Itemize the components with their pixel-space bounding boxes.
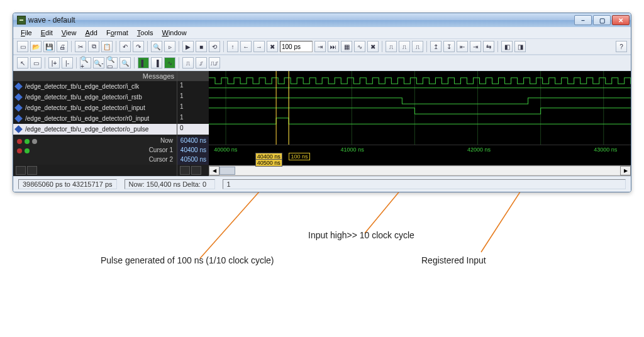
ruler-tick: 41000 ns [341, 146, 364, 153]
svg-line-11 [365, 192, 440, 233]
signal-diamond-icon [14, 82, 23, 91]
waveform-body[interactable] [209, 71, 631, 145]
edge-any-icon[interactable]: ⇆ [483, 41, 494, 52]
zoom-full-icon[interactable]: 🔍▭ [106, 57, 118, 69]
signal-diamond-icon [14, 114, 23, 123]
nav-up-icon[interactable]: ↑ [227, 41, 238, 52]
edge-prev-icon[interactable]: ⇤ [457, 41, 468, 52]
panel-btn[interactable] [16, 166, 26, 175]
cursor-delta-bubble: 100 ns [289, 153, 309, 160]
menu-tools[interactable]: Tools [133, 28, 157, 37]
content-area: Messages /edge_detector_tb/u_edge_detect… [13, 71, 631, 176]
toolbar-1: ▭ 📂 💾 🖨 ✂ ⧉ 📋 ↶ ↷ 🔍 ▹ ▶ ■ ⟲ ↑ ← → ✖ ⇥ ⏭ … [13, 38, 631, 55]
menu-window[interactable]: Window [158, 28, 191, 37]
add-cursor-icon[interactable]: |+ [48, 57, 60, 69]
new-icon[interactable]: ▭ [17, 41, 28, 52]
edge-up-icon[interactable]: ↥ [430, 41, 441, 52]
mem-icon[interactable]: ▦ [341, 41, 352, 52]
del-cursor-icon[interactable]: |- [62, 57, 73, 69]
signal-value: 1 [177, 92, 209, 102]
time-ruler[interactable]: 40000 ns 41000 ns 42000 ns 43000 ns 4040… [209, 145, 631, 165]
edge-next-icon[interactable]: ⇥ [470, 41, 481, 52]
save-icon[interactable]: 💾 [43, 41, 55, 52]
menu-add[interactable]: Add [81, 28, 101, 37]
misc1-icon[interactable]: ◧ [501, 41, 513, 52]
undo-icon[interactable]: ↶ [119, 41, 131, 52]
signal-name: /edge_detector_tb/u_edge_detector/i_inpu… [25, 104, 145, 111]
run-icon[interactable]: ▶ [182, 41, 194, 52]
close-button[interactable]: ✕ [612, 15, 630, 25]
scroll-thumb[interactable] [219, 167, 235, 175]
cut-icon[interactable]: ✂ [75, 41, 86, 52]
signal-row[interactable]: /edge_detector_tb/u_edge_detector/r0_inp… [13, 113, 177, 124]
time-field[interactable] [280, 41, 313, 52]
help-icon[interactable]: ? [616, 41, 627, 52]
app-icon [17, 16, 26, 25]
menu-format[interactable]: Format [103, 28, 132, 37]
nav-left-icon[interactable]: ← [240, 41, 252, 52]
value-panel: 1 1 1 1 0 60400 ns 40400 ns 40500 ns [177, 71, 209, 176]
scroll-left-icon[interactable]: ◀ [209, 166, 219, 175]
signal-value: 1 [177, 81, 209, 92]
menu-file[interactable]: File [17, 28, 36, 37]
break-icon[interactable]: ■ [196, 41, 207, 52]
print-icon[interactable]: 🖨 [57, 41, 68, 52]
rise-icon[interactable]: ⎍ [182, 57, 194, 69]
panel-btn[interactable] [191, 166, 201, 175]
cov3-icon[interactable]: ⎍ [412, 41, 423, 52]
zoom-in-icon[interactable]: 🔍+ [80, 57, 91, 69]
signal-name: /edge_detector_tb/u_edge_detector/i_rstb [25, 94, 142, 101]
cov2-icon[interactable]: ⎍ [399, 41, 410, 52]
fmt-analog-icon[interactable]: ∿ [164, 57, 175, 69]
cov1-icon[interactable]: ⎍ [386, 41, 397, 52]
waveform-panel[interactable]: 40000 ns 41000 ns 42000 ns 43000 ns 4040… [209, 71, 631, 176]
scroll-right-icon[interactable]: ▶ [620, 166, 631, 175]
restart-icon[interactable]: ⟲ [209, 41, 220, 52]
toolbar-2: ↖ ▭ |+ |- 🔍+ 🔍- 🔍▭ 🔍 ▌ ▐ ∿ ⎍ ⎎ ⎍⎎ [13, 55, 631, 71]
stop2-icon[interactable]: ✖ [367, 41, 379, 52]
paste-icon[interactable]: 📋 [101, 41, 113, 52]
minimize-button[interactable]: – [574, 15, 592, 25]
ruler-tick: 43000 ns [594, 146, 617, 153]
misc2-icon[interactable]: ◨ [514, 41, 526, 52]
nav-right-icon[interactable]: → [253, 41, 265, 52]
signal-row[interactable]: /edge_detector_tb/u_edge_detector/i_clk [13, 81, 177, 92]
edge-dn-icon[interactable]: ↧ [443, 41, 455, 52]
h-scrollbar[interactable]: ◀ ▶ [209, 165, 631, 176]
wave-icon[interactable]: ∿ [354, 41, 365, 52]
fmt-bus-icon[interactable]: ▐ [151, 57, 162, 69]
find-icon[interactable]: 🔍 [151, 41, 162, 52]
cursor-bubble-2[interactable]: 40500 ns [255, 159, 282, 167]
signal-row[interactable]: /edge_detector_tb/u_edge_detector/i_inpu… [13, 102, 177, 113]
signal-row[interactable]: /edge_detector_tb/u_edge_detector/i_rstb [13, 92, 177, 102]
signal-name: /edge_detector_tb/u_edge_detector/i_clk [25, 83, 139, 90]
ruler-tick: 40000 ns [214, 146, 237, 153]
scroll-track[interactable] [219, 167, 620, 175]
step-icon[interactable]: ▹ [164, 41, 175, 52]
panel-btn[interactable] [27, 166, 37, 175]
menu-edit[interactable]: Edit [37, 28, 57, 37]
annotation-pulse: Pulse generated of 100 ns (1/10 clock cy… [101, 255, 274, 265]
zoom-out-icon[interactable]: 🔍- [93, 57, 104, 69]
zoom-fit-icon[interactable]: 🔍 [119, 57, 131, 69]
menu-view[interactable]: View [58, 28, 80, 37]
open-icon[interactable]: 📂 [30, 41, 42, 52]
fall-icon[interactable]: ⎎ [196, 57, 207, 69]
status-bar: 39865060 ps to 43215717 ps Now: 150,400 … [13, 176, 631, 192]
status-range: 39865060 ps to 43215717 ps [18, 179, 117, 189]
cursor-tool-icon[interactable]: ↖ [17, 57, 28, 69]
signal-list-panel: Messages /edge_detector_tb/u_edge_detect… [13, 71, 177, 176]
signal-row-selected[interactable]: /edge_detector_tb/u_edge_detector/o_puls… [13, 124, 177, 135]
redo-icon[interactable]: ↷ [133, 41, 144, 52]
cursor1-value: 40400 ns [177, 146, 209, 155]
step-time-icon[interactable]: ⇥ [314, 41, 326, 52]
edge-icon[interactable]: ⎍⎎ [209, 57, 220, 69]
copy-icon[interactable]: ⧉ [88, 41, 99, 52]
stop-icon[interactable]: ✖ [267, 41, 278, 52]
run-all-icon[interactable]: ⏭ [328, 41, 339, 52]
maximize-button[interactable]: ▢ [593, 15, 611, 25]
titlebar[interactable]: wave - default – ▢ ✕ [13, 13, 631, 27]
panel-btn[interactable] [180, 166, 190, 175]
fmt-green-icon[interactable]: ▌ [138, 57, 149, 69]
select-area-icon[interactable]: ▭ [30, 57, 42, 69]
